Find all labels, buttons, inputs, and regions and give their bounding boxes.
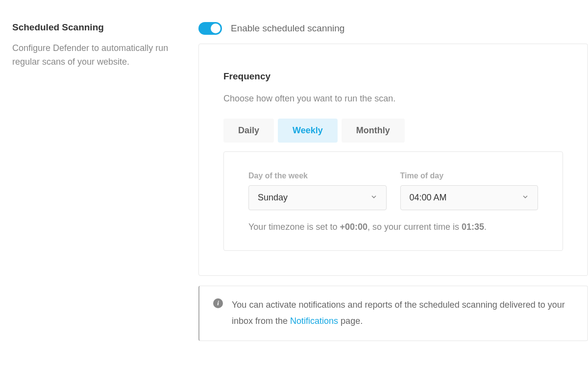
section-content: Enable scheduled scanning Frequency Choo… [198,22,588,341]
schedule-fieldset: Day of the week Sunday Time of day 04:00… [223,151,563,251]
section-description: Configure Defender to automatically run … [12,42,179,69]
time-select[interactable]: 04:00 AM [400,185,539,210]
notifications-link[interactable]: Notifications [290,316,338,326]
chevron-down-icon [522,193,529,203]
frequency-tabs: Daily Weekly Monthly [223,119,563,143]
time-select-value: 04:00 AM [410,193,447,203]
day-select-value: Sunday [258,193,288,203]
info-box: i You can activate notifications and rep… [198,286,588,341]
time-label: Time of day [400,171,539,180]
timezone-value: +00:00 [340,222,368,232]
info-text: You can activate notifications and repor… [232,297,574,330]
tab-daily[interactable]: Daily [223,119,274,143]
section-title: Scheduled Scanning [12,22,179,33]
day-select[interactable]: Sunday [248,185,387,210]
enable-toggle-row: Enable scheduled scanning [198,22,588,35]
tab-monthly[interactable]: Monthly [342,119,405,143]
chevron-down-icon [370,193,377,203]
enable-toggle-label: Enable scheduled scanning [231,23,344,34]
current-time: 01:35 [462,222,484,232]
enable-scheduled-scanning-toggle[interactable] [198,22,222,35]
day-field: Day of the week Sunday [248,171,387,210]
tab-weekly[interactable]: Weekly [278,119,338,143]
time-field: Time of day 04:00 AM [400,171,539,210]
timezone-note: Your timezone is set to +00:00, so your … [248,221,538,233]
toggle-knob [211,24,220,33]
frequency-panel: Frequency Choose how often you want to r… [198,44,588,276]
frequency-subtext: Choose how often you want to run the sca… [223,94,563,104]
info-icon: i [213,298,223,308]
day-label: Day of the week [248,171,387,180]
section-sidebar: Scheduled Scanning Configure Defender to… [12,22,179,341]
frequency-heading: Frequency [223,71,563,82]
